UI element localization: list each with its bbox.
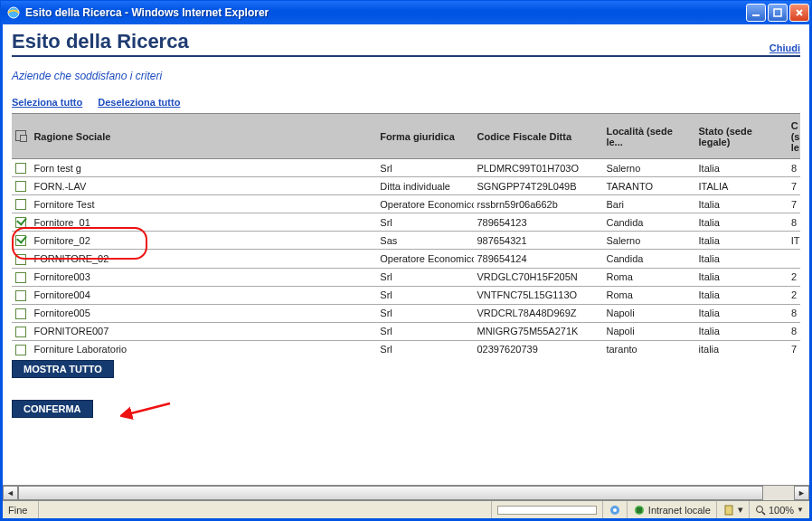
status-zoom[interactable]: 100% ▼: [750, 501, 809, 518]
row-checkbox[interactable]: [15, 217, 26, 228]
cell-stato: italia: [695, 340, 788, 358]
col-header-export-icon[interactable]: [12, 114, 30, 159]
status-security-icon[interactable]: [603, 501, 628, 518]
status-left: Fine: [3, 501, 39, 518]
cell-ragione: FORNITORE007: [30, 322, 376, 340]
cell-localita: Salerno: [602, 159, 694, 177]
cell-forma: Srl: [376, 268, 473, 286]
row-checkbox[interactable]: [15, 235, 26, 246]
cell-ragione: Fornitore004: [30, 286, 376, 304]
zone-label: Intranet locale: [648, 505, 711, 516]
deselect-all-link[interactable]: Deseleziona tutto: [98, 97, 180, 108]
row-checkbox[interactable]: [15, 308, 26, 319]
cell-stato: Italia: [695, 195, 788, 213]
row-checkbox[interactable]: [15, 199, 26, 210]
cell-codice: VNTFNC75L15G113O: [474, 286, 603, 304]
status-spacer: [39, 501, 492, 518]
cell-last: 7: [788, 177, 800, 195]
cell-ragione: Fornitore Test: [30, 195, 376, 213]
grid-wrapper: Ragione Sociale Forma giuridica Codice F…: [12, 113, 800, 358]
cell-ragione: FORN.-LAV: [30, 177, 376, 195]
cell-forma: Sas: [376, 232, 473, 250]
cell-last: [788, 250, 800, 268]
col-header-stato[interactable]: Stato (sede legale): [695, 114, 788, 159]
scroll-left-button[interactable]: ◄: [3, 486, 18, 500]
cell-localita: Roma: [602, 268, 694, 286]
svg-line-12: [762, 512, 765, 515]
cell-forma: Srl: [376, 304, 473, 322]
cell-forma: Srl: [376, 322, 473, 340]
cell-codice: VRDGLC70H15F205N: [474, 268, 603, 286]
col-header-localita[interactable]: Località (sede le...: [602, 114, 694, 159]
scroll-right-button[interactable]: ►: [794, 486, 809, 500]
cell-localita: Salerno: [602, 232, 694, 250]
maximize-button[interactable]: [768, 4, 788, 22]
cell-ragione: Fornitore_02: [30, 232, 376, 250]
cell-stato: Italia: [695, 322, 788, 340]
col-header-codice[interactable]: Codice Fiscale Ditta: [474, 114, 603, 159]
cell-forma: Operatore Economico Direttiva Europea: [376, 195, 473, 213]
scroll-thumb[interactable]: [18, 486, 763, 500]
svg-point-0: [8, 7, 19, 18]
minimize-button[interactable]: [746, 4, 766, 22]
page-header: Esito della Ricerca Chiudi: [12, 30, 800, 57]
cell-localita: Bari: [602, 195, 694, 213]
cell-stato: Italia: [695, 213, 788, 232]
col-header-forma[interactable]: Forma giuridica: [376, 114, 473, 159]
cell-stato: Italia: [695, 304, 788, 322]
cell-forma: Ditta individuale: [376, 177, 473, 195]
row-checkbox[interactable]: [15, 327, 26, 337]
cell-stato: Italia: [695, 286, 788, 304]
col-header-ragione[interactable]: Ragione Sociale: [30, 114, 376, 159]
status-zone[interactable]: Intranet locale: [628, 501, 717, 518]
cell-ragione: Fornitore005: [30, 304, 376, 322]
cell-forma: Srl: [376, 286, 473, 304]
row-checkbox[interactable]: [15, 181, 26, 192]
row-checkbox[interactable]: [15, 272, 26, 283]
cell-ragione: Forn test g: [30, 159, 376, 177]
close-link[interactable]: Chiudi: [770, 43, 800, 53]
select-all-link[interactable]: Seleziona tutto: [12, 97, 82, 108]
svg-point-11: [756, 506, 762, 512]
cell-codice: 789654124: [474, 250, 603, 268]
cell-forma: Srl: [376, 340, 473, 358]
cell-codice: 02397620739: [474, 340, 603, 358]
col-header-last[interactable]: C (s le: [788, 114, 800, 159]
cell-last: 7: [788, 340, 800, 358]
table-row: Fornitore003SrlVRDGLC70H15F205NRomaItali…: [12, 268, 800, 286]
cell-last: 8: [788, 159, 800, 177]
mostra-tutto-button[interactable]: MOSTRA TUTTO: [12, 360, 114, 378]
cell-localita: Candida: [602, 250, 694, 268]
app-window: Esito della Ricerca - Windows Internet E…: [0, 0, 812, 521]
status-protected-mode-icon[interactable]: ▾: [717, 501, 750, 518]
horizontal-scrollbar[interactable]: ◄ ►: [3, 485, 809, 500]
zone-icon: [633, 504, 646, 516]
window-title: Esito della Ricerca - Windows Internet E…: [25, 6, 746, 19]
content-area: Esito della Ricerca Chiudi Aziende che s…: [1, 24, 811, 520]
cell-ragione: FORNITORE_02: [30, 250, 376, 268]
table-header-row: Ragione Sociale Forma giuridica Codice F…: [12, 114, 800, 159]
row-checkbox[interactable]: [15, 345, 26, 355]
svg-rect-1: [752, 14, 760, 16]
cell-localita: Napoli: [602, 322, 694, 340]
cell-last: 8: [788, 304, 800, 322]
cell-last: 8: [788, 213, 800, 232]
chevron-down-icon: ▼: [797, 506, 804, 514]
close-button[interactable]: [789, 4, 809, 22]
window-buttons: [746, 4, 809, 22]
cell-localita: Napoli: [602, 304, 694, 322]
row-checkbox[interactable]: [15, 290, 26, 301]
svg-line-5: [127, 403, 170, 414]
cell-codice: 987654321: [474, 232, 603, 250]
cell-stato: Italia: [695, 268, 788, 286]
table-row: FORNITORE007SrlMNIGRG75M55A271KNapoliIta…: [12, 322, 800, 340]
annotation-arrow-icon: [120, 402, 175, 423]
row-checkbox[interactable]: [15, 254, 26, 265]
cell-stato: ITALIA: [695, 177, 788, 195]
cell-ragione: Fornitore_01: [30, 213, 376, 232]
row-checkbox[interactable]: [15, 163, 26, 174]
cell-localita: TARANTO: [602, 177, 694, 195]
conferma-button[interactable]: CONFERMA: [12, 400, 93, 418]
scroll-track[interactable]: [18, 486, 794, 500]
cell-last: 2: [788, 286, 800, 304]
